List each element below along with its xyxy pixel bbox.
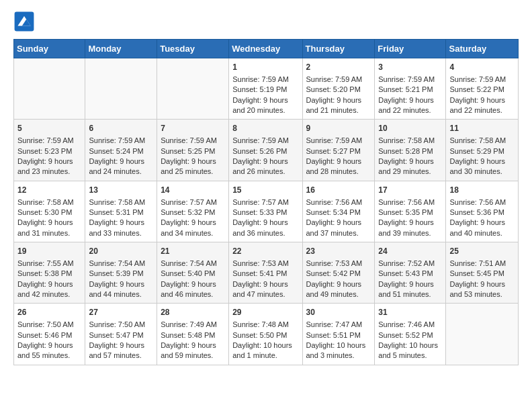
day-info-line: and 31 minutes. bbox=[17, 229, 70, 237]
day-info-line: Sunrise: 7:59 AM bbox=[232, 136, 289, 144]
day-info-line: Daylight: 9 hours bbox=[89, 280, 144, 288]
day-number: 13 bbox=[89, 185, 153, 196]
calendar-cell: 22Sunrise: 7:53 AMSunset: 5:41 PMDayligh… bbox=[229, 242, 302, 304]
day-info-line: Daylight: 9 hours bbox=[161, 280, 216, 288]
calendar-cell: 26Sunrise: 7:50 AMSunset: 5:46 PMDayligh… bbox=[14, 304, 85, 365]
day-info-line: Daylight: 9 hours bbox=[449, 96, 505, 104]
day-info-line: Sunset: 5:22 PM bbox=[449, 85, 504, 93]
calendar-cell: 11Sunrise: 7:58 AMSunset: 5:29 PMDayligh… bbox=[446, 120, 519, 181]
day-info-line: Sunset: 5:51 PM bbox=[306, 331, 361, 339]
day-info-line: Sunset: 5:28 PM bbox=[378, 147, 433, 155]
day-info-line: and 30 minutes. bbox=[449, 167, 502, 175]
day-info-line: Sunrise: 7:56 AM bbox=[449, 198, 506, 206]
calendar-cell: 19Sunrise: 7:55 AMSunset: 5:38 PMDayligh… bbox=[14, 242, 85, 304]
day-info-line: and 49 minutes. bbox=[306, 290, 359, 298]
day-info-line: and 33 minutes. bbox=[89, 229, 141, 237]
day-header-wednesday: Wednesday bbox=[229, 40, 302, 58]
day-info-line: Daylight: 9 hours bbox=[449, 157, 505, 165]
day-info-line: and 59 minutes. bbox=[161, 351, 213, 359]
week-row-5: 26Sunrise: 7:50 AMSunset: 5:46 PMDayligh… bbox=[14, 304, 519, 365]
day-info-line: and 40 minutes. bbox=[449, 229, 502, 237]
day-info-line: and 39 minutes. bbox=[378, 229, 431, 237]
day-number: 22 bbox=[232, 246, 298, 257]
calendar-cell: 18Sunrise: 7:56 AMSunset: 5:36 PMDayligh… bbox=[446, 181, 519, 242]
day-info-line: Sunset: 5:35 PM bbox=[378, 208, 433, 216]
calendar-cell: 27Sunrise: 7:50 AMSunset: 5:47 PMDayligh… bbox=[85, 304, 157, 365]
day-info-line: Sunset: 5:32 PM bbox=[161, 208, 215, 216]
page: SundayMondayTuesdayWednesdayThursdayFrid… bbox=[0, 0, 532, 376]
day-info-line: and 26 minutes. bbox=[232, 167, 285, 175]
day-info-line: and 55 minutes. bbox=[17, 351, 70, 359]
day-info-line: Daylight: 10 hours bbox=[378, 341, 438, 349]
day-info-line: Sunset: 5:26 PM bbox=[232, 147, 287, 155]
day-info-line: Daylight: 9 hours bbox=[89, 157, 144, 165]
day-info-line: and 20 minutes. bbox=[232, 106, 285, 114]
calendar-cell: 5Sunrise: 7:59 AMSunset: 5:23 PMDaylight… bbox=[14, 120, 85, 181]
day-number: 7 bbox=[161, 123, 225, 134]
day-info-line: and 5 minutes. bbox=[378, 351, 427, 359]
header bbox=[13, 11, 519, 32]
day-info-line: Daylight: 9 hours bbox=[161, 218, 216, 226]
day-info-line: Sunset: 5:25 PM bbox=[161, 147, 215, 155]
day-number: 24 bbox=[378, 246, 442, 257]
day-number: 5 bbox=[17, 123, 81, 134]
day-number: 31 bbox=[378, 307, 442, 318]
day-info-line: and 44 minutes. bbox=[89, 290, 141, 298]
calendar-cell: 30Sunrise: 7:47 AMSunset: 5:51 PMDayligh… bbox=[302, 304, 375, 365]
day-number: 4 bbox=[449, 62, 515, 73]
day-info-line: and 42 minutes. bbox=[17, 290, 70, 298]
day-info-line: Sunrise: 7:59 AM bbox=[306, 75, 363, 83]
day-info-line: Sunrise: 7:50 AM bbox=[89, 320, 145, 328]
day-info-line: Sunrise: 7:53 AM bbox=[306, 259, 363, 267]
day-info-line: Sunrise: 7:58 AM bbox=[449, 136, 506, 144]
day-header-thursday: Thursday bbox=[302, 40, 375, 58]
day-info-line: Sunset: 5:45 PM bbox=[449, 269, 504, 277]
day-info-line: Sunset: 5:34 PM bbox=[306, 208, 361, 216]
day-number: 6 bbox=[89, 123, 153, 134]
day-number: 25 bbox=[449, 246, 515, 257]
day-info-line: Sunrise: 7:57 AM bbox=[232, 198, 289, 206]
day-info-line: and 46 minutes. bbox=[161, 290, 213, 298]
day-info-line: Daylight: 9 hours bbox=[17, 157, 73, 165]
calendar-cell: 14Sunrise: 7:57 AMSunset: 5:32 PMDayligh… bbox=[157, 181, 229, 242]
day-info-line: Daylight: 9 hours bbox=[17, 218, 73, 226]
day-info-line: Sunset: 5:19 PM bbox=[232, 85, 287, 93]
day-info-line: Sunrise: 7:51 AM bbox=[449, 259, 506, 267]
day-info-line: Daylight: 9 hours bbox=[306, 218, 362, 226]
day-info-line: and 37 minutes. bbox=[306, 229, 359, 237]
day-info-line: and 3 minutes. bbox=[306, 351, 355, 359]
day-info-line: Sunset: 5:42 PM bbox=[306, 269, 361, 277]
day-info-line: Sunset: 5:48 PM bbox=[161, 331, 215, 339]
day-number: 11 bbox=[449, 123, 515, 134]
day-info-line: Sunrise: 7:59 AM bbox=[306, 136, 363, 144]
calendar-cell: 12Sunrise: 7:58 AMSunset: 5:30 PMDayligh… bbox=[14, 181, 85, 242]
day-header-friday: Friday bbox=[375, 40, 446, 58]
day-number: 3 bbox=[378, 62, 442, 73]
day-info-line: Sunset: 5:52 PM bbox=[378, 331, 433, 339]
day-info-line: Daylight: 9 hours bbox=[17, 280, 73, 288]
day-header-monday: Monday bbox=[85, 40, 157, 58]
day-number: 9 bbox=[306, 123, 371, 134]
day-number: 30 bbox=[306, 307, 371, 318]
day-number: 19 bbox=[17, 246, 81, 257]
day-info-line: Daylight: 9 hours bbox=[232, 157, 288, 165]
calendar-cell: 4Sunrise: 7:59 AMSunset: 5:22 PMDaylight… bbox=[446, 58, 519, 120]
day-info-line: Daylight: 9 hours bbox=[449, 280, 505, 288]
day-info-line: Sunrise: 7:46 AM bbox=[378, 320, 435, 328]
calendar-cell: 9Sunrise: 7:59 AMSunset: 5:27 PMDaylight… bbox=[302, 120, 375, 181]
day-info-line: Daylight: 9 hours bbox=[378, 157, 434, 165]
day-number: 27 bbox=[89, 307, 153, 318]
calendar-cell bbox=[85, 58, 157, 120]
logo-icon bbox=[13, 11, 35, 32]
day-info-line: and 34 minutes. bbox=[161, 229, 213, 237]
day-info-line: Daylight: 9 hours bbox=[232, 96, 288, 104]
day-info-line: Sunrise: 7:59 AM bbox=[17, 136, 74, 144]
day-info-line: Sunrise: 7:59 AM bbox=[232, 75, 289, 83]
calendar-cell bbox=[446, 304, 519, 365]
day-info-line: Sunrise: 7:49 AM bbox=[161, 320, 217, 328]
calendar-table: SundayMondayTuesdayWednesdayThursdayFrid… bbox=[13, 39, 519, 365]
calendar-cell: 6Sunrise: 7:59 AMSunset: 5:24 PMDaylight… bbox=[85, 120, 157, 181]
day-info-line: Sunset: 5:20 PM bbox=[306, 85, 361, 93]
day-info-line: Daylight: 9 hours bbox=[378, 218, 434, 226]
day-info-line: Sunrise: 7:54 AM bbox=[89, 259, 145, 267]
